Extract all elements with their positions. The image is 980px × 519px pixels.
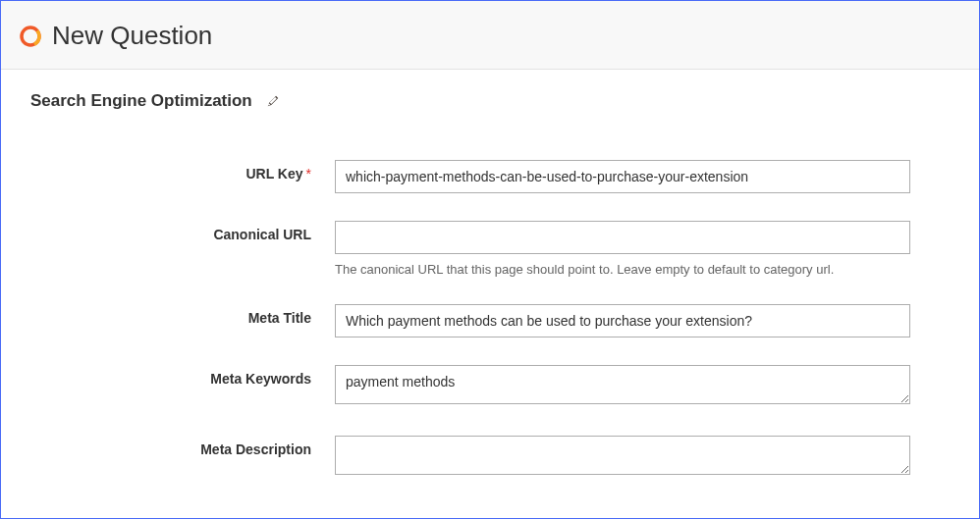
meta-title-label: Meta Title [30,304,335,326]
meta-description-field-wrapper [335,436,950,479]
canonical-url-input[interactable] [335,221,910,254]
meta-title-field-wrapper [335,304,950,337]
meta-title-row: Meta Title [30,304,950,337]
section-header: Search Engine Optimization [30,91,950,111]
url-key-row: URL Key* [30,160,950,193]
meta-keywords-row: Meta Keywords [30,365,950,408]
pencil-icon[interactable] [266,94,280,108]
page-title: New Question [52,21,212,51]
url-key-label: URL Key* [30,160,335,182]
required-indicator: * [306,166,311,182]
meta-keywords-field-wrapper [335,365,950,408]
meta-description-label: Meta Description [30,436,335,457]
app-logo-icon [19,25,42,48]
meta-title-input[interactable] [335,304,910,337]
seo-section: Search Engine Optimization URL Key* Cano… [1,70,979,519]
meta-description-row: Meta Description [30,436,950,479]
meta-keywords-textarea[interactable] [335,365,910,404]
meta-description-textarea[interactable] [335,436,910,475]
section-title: Search Engine Optimization [30,91,252,111]
url-key-field-wrapper [335,160,950,193]
meta-keywords-label: Meta Keywords [30,365,335,387]
canonical-url-field-wrapper: The canonical URL that this page should … [335,221,950,277]
canonical-url-row: Canonical URL The canonical URL that thi… [30,221,950,277]
canonical-url-label: Canonical URL [30,221,335,242]
url-key-input[interactable] [335,160,910,193]
page-header: New Question [1,1,979,70]
canonical-url-hint: The canonical URL that this page should … [335,262,910,277]
